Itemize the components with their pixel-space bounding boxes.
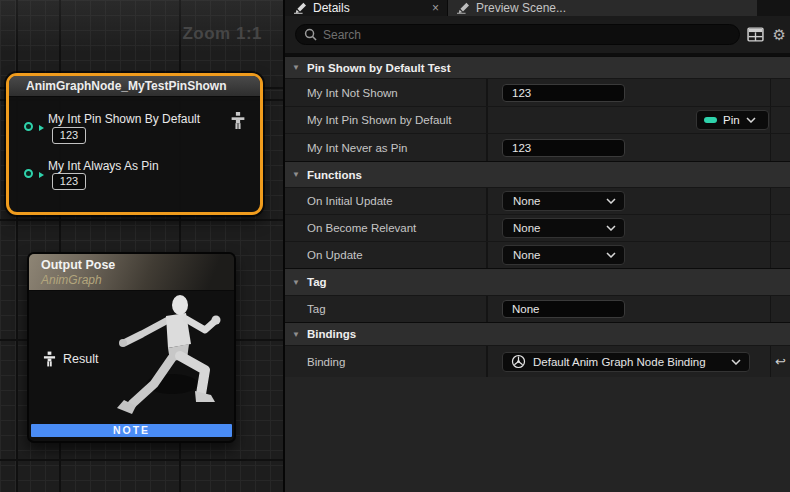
details-tab-icon (293, 2, 307, 14)
pin-arrow-icon (39, 125, 44, 131)
chevron-down-icon (606, 198, 616, 204)
reset-column (771, 215, 790, 241)
tab-label: Details (313, 1, 350, 15)
int-pin-icon[interactable] (24, 122, 33, 131)
on-initial-update-dropdown[interactable]: None (502, 191, 625, 211)
property-row: Tag (285, 295, 790, 322)
reset-column (771, 79, 790, 106)
preview-scene-tab-icon (456, 2, 470, 14)
int-pin-icon[interactable] (24, 169, 33, 178)
anim-graph-canvas[interactable]: Zoom 1:1 AnimGraphNode_MyTestPinShown My… (0, 0, 283, 492)
pin-value-box[interactable]: 123 (52, 173, 86, 190)
close-tab-icon[interactable]: × (432, 2, 439, 14)
property-label: My Int Pin Shown by Default (285, 107, 488, 133)
property-label: On Update (285, 242, 488, 268)
binding-dropdown[interactable]: Default Anim Graph Node Binding (502, 352, 750, 372)
note-banner[interactable]: NOTE (31, 424, 232, 437)
property-row: On Initial Update None (285, 187, 790, 214)
collapse-arrow-icon[interactable]: ▼ (292, 330, 307, 339)
pose-watch-person-icon[interactable] (230, 112, 246, 129)
property-label: On Initial Update (285, 188, 488, 214)
pin-label: My Int Pin Shown By Default (48, 112, 200, 126)
pin-arrow-icon (39, 172, 44, 178)
result-pin[interactable]: Result (43, 351, 98, 367)
chevron-down-icon (606, 225, 616, 231)
on-update-dropdown[interactable]: None (502, 245, 625, 265)
category-bindings[interactable]: ▼ Bindings (285, 322, 790, 345)
reset-to-default-icon[interactable]: ↩ (775, 354, 786, 369)
property-row: Binding Default Anim Graph Node Binding … (285, 345, 790, 377)
tab-bar: Details × Preview Scene... (285, 0, 790, 16)
property-row: My Int Not Shown (285, 78, 790, 106)
graph-node-output-pose[interactable]: Output Pose AnimGraph (27, 252, 236, 443)
details-empty-area (285, 377, 790, 492)
search-input[interactable] (323, 28, 731, 42)
node-subtitle: AnimGraph (41, 273, 234, 287)
binding-wheel-icon (511, 354, 526, 369)
zoom-level-indicator: Zoom 1:1 (182, 24, 262, 44)
pin-label: My Int Always As Pin (48, 159, 159, 173)
anim-blueprint-editor: Zoom 1:1 AnimGraphNode_MyTestPinShown My… (0, 0, 790, 492)
property-row: My Int Pin Shown by Default Pin (285, 106, 790, 133)
collapse-arrow-icon[interactable]: ▼ (292, 63, 307, 72)
tab-well (757, 0, 790, 16)
my-int-never-as-pin-input[interactable] (502, 139, 625, 157)
property-label: My Int Never as Pin (285, 134, 488, 161)
property-row: On Update None (285, 241, 790, 268)
node-title[interactable]: AnimGraphNode_MyTestPinShown (9, 76, 260, 97)
my-int-not-shown-input[interactable] (502, 84, 625, 102)
property-row: On Become Relevant None (285, 214, 790, 241)
details-panel: Details × Preview Scene... (285, 0, 790, 492)
details-toolbar: ⚙ (285, 16, 790, 53)
running-mannequin-image (102, 292, 232, 436)
pin-pill-icon (704, 117, 717, 123)
property-label: On Become Relevant (285, 215, 488, 241)
node-header[interactable]: Output Pose AnimGraph (29, 254, 234, 291)
property-label: My Int Not Shown (285, 79, 488, 106)
collapse-arrow-icon[interactable]: ▼ (292, 170, 307, 179)
chevron-down-icon (606, 252, 616, 258)
graph-node-anim-test-pin-shown[interactable]: AnimGraphNode_MyTestPinShown My Int Pin … (6, 73, 263, 215)
tab-details[interactable]: Details × (285, 0, 447, 16)
category-functions[interactable]: ▼ Functions (285, 161, 790, 187)
category-tag[interactable]: ▼ Tag (285, 268, 790, 295)
search-box[interactable] (295, 24, 740, 45)
reset-column (771, 296, 790, 322)
collapse-arrow-icon[interactable]: ▼ (292, 278, 307, 287)
reset-column (771, 242, 790, 268)
search-icon (304, 28, 317, 41)
property-label: Binding (285, 346, 488, 377)
property-row: My Int Never as Pin (285, 133, 790, 161)
reset-column (771, 188, 790, 214)
pose-pin-person-icon (43, 351, 56, 367)
settings-gear-icon[interactable]: ⚙ (773, 27, 786, 42)
on-become-relevant-dropdown[interactable]: None (502, 218, 625, 238)
tab-preview-scene[interactable]: Preview Scene... (447, 0, 757, 16)
pin-value-box[interactable]: 123 (52, 127, 86, 144)
chevron-down-icon (746, 117, 756, 123)
reset-column (771, 107, 790, 133)
property-matrix-icon[interactable] (747, 27, 764, 42)
result-pin-label: Result (63, 352, 98, 366)
pin-mode-dropdown[interactable]: Pin (696, 110, 769, 130)
chevron-down-icon (731, 359, 741, 365)
node-title: Output Pose (41, 258, 234, 272)
tab-label: Preview Scene... (476, 1, 566, 15)
property-label: Tag (285, 296, 488, 322)
tag-input[interactable] (502, 300, 625, 318)
category-pin-shown-by-default-test[interactable]: ▼ Pin Shown by Default Test (285, 56, 790, 78)
reset-column (771, 134, 790, 161)
